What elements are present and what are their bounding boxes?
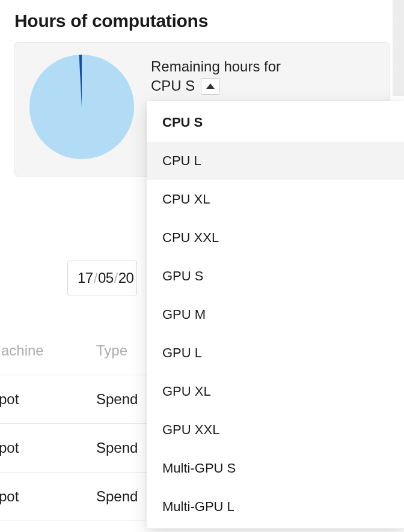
dropdown-option[interactable]: CPU L xyxy=(147,142,404,180)
table-cell-machine: Spot xyxy=(0,391,96,408)
selected-machine-label: CPU S xyxy=(151,76,195,95)
table-header-machine: Machine xyxy=(0,342,96,359)
table-cell-machine: Spot xyxy=(0,488,96,505)
date-year-partial: 20 xyxy=(118,270,134,286)
date-day: 17 xyxy=(78,270,93,286)
dropdown-option[interactable]: Multi-GPU L xyxy=(147,488,404,526)
dropdown-option[interactable]: GPU M xyxy=(147,295,404,334)
date-separator: / xyxy=(93,270,98,286)
dropdown-option[interactable]: CPU XL xyxy=(147,180,404,219)
dropdown-option[interactable]: GPU S xyxy=(147,257,404,295)
remaining-hours-pie xyxy=(29,55,134,159)
machine-dropdown-toggle[interactable] xyxy=(201,78,220,95)
page-title: Hours of computations xyxy=(0,0,404,42)
pie-chart-svg xyxy=(29,55,134,159)
remaining-label-line1: Remaining hours for xyxy=(151,57,375,76)
dropdown-option[interactable]: Multi-GPU S xyxy=(147,449,404,488)
dropdown-option[interactable]: GPU XL xyxy=(147,372,404,411)
dropdown-option[interactable]: CPU S xyxy=(147,103,404,142)
dropdown-option[interactable]: GPU L xyxy=(147,334,404,372)
dropdown-option[interactable]: CPU XXL xyxy=(147,219,404,257)
machine-dropdown[interactable]: CPU SCPU LCPU XLCPU XXLGPU SGPU MGPU LGP… xyxy=(147,101,404,528)
date-separator: / xyxy=(114,270,118,286)
date-input[interactable]: 17/05/20 xyxy=(67,261,137,295)
table-cell-machine: Spot xyxy=(0,440,96,456)
caret-up-icon xyxy=(206,83,215,89)
dropdown-option[interactable]: GPU XXL xyxy=(147,411,404,449)
right-panel-gutter-inner xyxy=(393,0,404,96)
date-month: 05 xyxy=(98,270,114,286)
